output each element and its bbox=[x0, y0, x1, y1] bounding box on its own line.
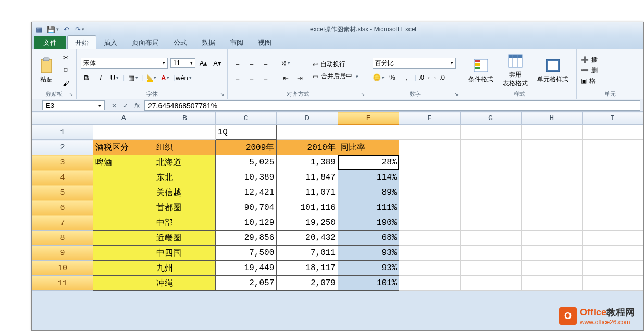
decrease-decimal-icon[interactable]: ←.0 bbox=[433, 72, 444, 83]
copy-icon[interactable]: ⧉ bbox=[60, 65, 71, 76]
row-header[interactable]: 6 bbox=[32, 200, 93, 215]
cancel-formula-icon[interactable]: ✕ bbox=[109, 101, 119, 110]
cell[interactable] bbox=[582, 200, 643, 215]
phonetic-icon[interactable]: wén bbox=[178, 72, 189, 83]
cell[interactable]: 中四国 bbox=[154, 246, 215, 261]
format-cells-button[interactable]: ▣格 bbox=[581, 77, 598, 85]
cell[interactable] bbox=[399, 246, 460, 261]
row-header[interactable]: 1 bbox=[32, 125, 93, 140]
cell[interactable] bbox=[460, 215, 521, 231]
select-all-corner[interactable] bbox=[32, 112, 93, 125]
tab-home[interactable]: 开始 bbox=[67, 35, 96, 49]
cell[interactable] bbox=[93, 185, 154, 200]
cell[interactable] bbox=[399, 140, 460, 155]
cell[interactable]: 19,250 bbox=[277, 215, 338, 231]
cell[interactable] bbox=[521, 185, 582, 200]
fill-color-icon[interactable] bbox=[145, 72, 157, 83]
tab-page-layout[interactable]: 页面布局 bbox=[125, 36, 166, 49]
number-launcher-icon[interactable]: ↘ bbox=[453, 90, 460, 97]
cell[interactable] bbox=[582, 125, 643, 140]
cell[interactable]: 12,421 bbox=[215, 185, 277, 200]
cell[interactable]: 1,389 bbox=[277, 155, 338, 170]
alignment-launcher-icon[interactable]: ↘ bbox=[359, 90, 366, 97]
cell[interactable]: 11,847 bbox=[277, 170, 338, 185]
cell[interactable] bbox=[93, 125, 154, 140]
cell[interactable]: 20,432 bbox=[277, 231, 338, 246]
align-middle-icon[interactable]: ≡ bbox=[246, 57, 257, 69]
orientation-icon[interactable]: ⤭ bbox=[280, 57, 291, 69]
cell[interactable] bbox=[338, 125, 399, 140]
name-box[interactable]: E3▾ bbox=[42, 100, 105, 110]
cell[interactable]: 11,071 bbox=[277, 185, 338, 200]
borders-icon[interactable]: ▦ bbox=[127, 72, 139, 83]
cell[interactable] bbox=[521, 231, 582, 246]
row-header[interactable]: 2 bbox=[32, 140, 93, 155]
cell[interactable]: 10,129 bbox=[215, 215, 277, 231]
cell[interactable]: 7,500 bbox=[215, 246, 277, 261]
cell[interactable] bbox=[460, 200, 521, 215]
cell[interactable] bbox=[399, 170, 460, 185]
increase-decimal-icon[interactable]: .0→ bbox=[419, 72, 430, 83]
row-header[interactable]: 3 bbox=[32, 155, 93, 170]
increase-font-icon[interactable]: A▴ bbox=[198, 57, 209, 69]
cell[interactable]: 10,389 bbox=[215, 170, 277, 185]
cell[interactable] bbox=[521, 246, 582, 261]
cell[interactable]: 啤酒 bbox=[93, 155, 154, 170]
cell[interactable]: 19,449 bbox=[215, 261, 277, 276]
col-header[interactable]: E bbox=[338, 112, 399, 125]
cell[interactable] bbox=[521, 276, 582, 291]
cell[interactable] bbox=[460, 185, 521, 200]
cell[interactable] bbox=[93, 200, 154, 215]
wrap-text-button[interactable]: ↩ 自动换行 bbox=[313, 60, 358, 69]
cell[interactable]: 首都圈 bbox=[154, 200, 215, 215]
cell[interactable]: 2010年 bbox=[277, 140, 338, 155]
cell-styles-button[interactable]: 单元格样式 bbox=[535, 56, 571, 85]
cell[interactable]: 同比率 bbox=[338, 140, 399, 155]
row-header[interactable]: 9 bbox=[32, 246, 93, 261]
font-launcher-icon[interactable]: ↘ bbox=[218, 90, 226, 97]
font-color-icon[interactable]: A bbox=[159, 72, 171, 83]
cell[interactable]: 18,117 bbox=[277, 261, 338, 276]
cell[interactable]: 关信越 bbox=[154, 185, 215, 200]
delete-cells-button[interactable]: ➖删 bbox=[581, 66, 598, 75]
tab-insert[interactable]: 插入 bbox=[96, 36, 125, 49]
cell[interactable] bbox=[521, 125, 582, 140]
col-header[interactable]: I bbox=[582, 112, 643, 125]
save-icon[interactable]: 💾 bbox=[47, 24, 58, 34]
cell[interactable]: 北海道 bbox=[154, 155, 215, 170]
cell[interactable] bbox=[93, 215, 154, 231]
tab-formulas[interactable]: 公式 bbox=[166, 36, 194, 49]
undo-icon[interactable]: ↶ bbox=[61, 24, 71, 34]
row-header[interactable]: 4 bbox=[32, 170, 93, 185]
col-header[interactable]: B bbox=[154, 112, 215, 125]
font-size-combo[interactable]: 11▾ bbox=[170, 58, 195, 68]
row-header[interactable]: 8 bbox=[32, 231, 93, 246]
cell[interactable] bbox=[399, 261, 460, 276]
cell[interactable] bbox=[582, 246, 643, 261]
cell[interactable]: 2,057 bbox=[215, 276, 277, 291]
cell[interactable]: 101% bbox=[338, 276, 399, 291]
formula-bar[interactable]: 27.6454868507781% bbox=[144, 100, 640, 111]
align-bottom-icon[interactable]: ≡ bbox=[260, 57, 271, 69]
insert-cells-button[interactable]: ➕插 bbox=[581, 56, 598, 65]
cell[interactable] bbox=[93, 261, 154, 276]
comma-icon[interactable]: , bbox=[401, 72, 412, 83]
clipboard-launcher-icon[interactable]: ↘ bbox=[67, 90, 75, 97]
cell[interactable]: 1Q bbox=[215, 125, 277, 140]
align-right-icon[interactable]: ≡ bbox=[260, 72, 271, 83]
format-as-table-button[interactable]: 套用 表格格式 bbox=[501, 52, 530, 89]
cell[interactable]: 114% bbox=[338, 170, 399, 185]
tab-data[interactable]: 数据 bbox=[194, 36, 222, 49]
cell[interactable] bbox=[154, 125, 215, 140]
cell[interactable] bbox=[399, 155, 460, 170]
cell[interactable] bbox=[460, 231, 521, 246]
percent-icon[interactable]: % bbox=[387, 72, 398, 83]
decrease-indent-icon[interactable]: ⇤ bbox=[280, 72, 291, 83]
cell[interactable]: 93% bbox=[338, 261, 399, 276]
cell[interactable] bbox=[460, 276, 521, 291]
enter-formula-icon[interactable]: ✓ bbox=[120, 101, 131, 110]
cell[interactable] bbox=[93, 170, 154, 185]
row-header[interactable]: 7 bbox=[32, 215, 93, 231]
cell[interactable] bbox=[277, 125, 338, 140]
cell[interactable]: 中部 bbox=[154, 215, 215, 231]
